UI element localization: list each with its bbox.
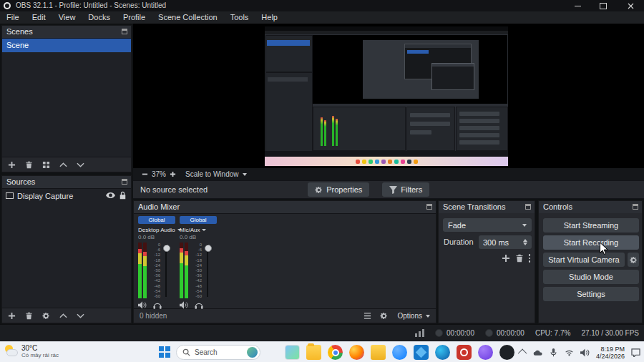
tray-chevron-up-icon[interactable] (518, 349, 527, 358)
mute-speaker-icon[interactable] (138, 301, 147, 309)
scene-list-item[interactable]: Scene (2, 39, 131, 52)
onedrive-cloud-icon[interactable] (533, 348, 542, 357)
menu-tools[interactable]: Tools (224, 11, 255, 24)
start-button[interactable] (159, 346, 170, 358)
remove-source-icon[interactable] (25, 312, 33, 320)
volume-slider[interactable] (162, 243, 170, 298)
slider-knob[interactable] (163, 245, 170, 252)
github-icon[interactable] (499, 345, 514, 360)
dock-popout-icon[interactable] (122, 29, 127, 34)
start-recording-button[interactable]: Start Recording (543, 235, 639, 250)
dock-popout-icon[interactable] (633, 204, 638, 210)
transition-type-dropdown[interactable]: Fade (443, 218, 532, 232)
menu-file[interactable]: File (0, 11, 26, 24)
audio-monitor-headphones-icon[interactable] (195, 301, 203, 309)
obs-taskbar-icon[interactable] (457, 345, 472, 360)
scale-mode-dropdown[interactable]: Scale to Window (185, 170, 238, 178)
taskbar-clock[interactable]: 8:19 PM 4/24/2026 (596, 346, 625, 360)
selected-source-bar: No source selected Properties Filters (133, 180, 644, 199)
menu-profile[interactable]: Profile (117, 11, 152, 24)
dock-popout-icon[interactable] (525, 204, 531, 210)
lock-icon[interactable] (119, 191, 126, 200)
move-scene-up-icon[interactable] (59, 161, 67, 169)
dock-popout-icon[interactable] (426, 204, 432, 210)
global-badge: Global (180, 216, 217, 224)
record-status-dot (435, 329, 443, 337)
photos-icon[interactable] (285, 345, 300, 360)
move-scene-down-icon[interactable] (77, 161, 84, 169)
menu-edit[interactable]: Edit (26, 11, 52, 24)
close-button[interactable] (618, 0, 643, 11)
mixer-bottom-toolbar: 0 hidden Options (134, 309, 436, 323)
edge-icon[interactable] (435, 345, 450, 360)
search-box[interactable]: Search (176, 345, 260, 360)
add-source-icon[interactable] (8, 312, 16, 320)
properties-label: Properties (326, 185, 362, 194)
mixer-options-dropdown[interactable]: Options (398, 312, 430, 320)
start-streaming-button[interactable]: Start Streaming (543, 218, 639, 233)
minimize-button[interactable] (565, 0, 590, 11)
properties-button[interactable]: Properties (308, 182, 369, 197)
chrome-icon[interactable] (328, 345, 343, 360)
mixer-settings-gear-icon[interactable] (380, 312, 388, 320)
virtual-camera-settings-button[interactable] (628, 253, 639, 267)
folder-icon[interactable] (371, 345, 386, 360)
notification-center-icon[interactable] (631, 348, 640, 357)
spin-up-icon[interactable] (523, 239, 527, 242)
discord-icon[interactable] (478, 345, 493, 360)
streaming-timer: 00:00:00 (485, 329, 525, 337)
meter-scale: 0-6-12-18-24-30-36-42-48-54-60 (150, 243, 160, 298)
scene-list: Scene (2, 38, 131, 157)
hidden-count-label: 0 hidden (140, 312, 167, 320)
zoom-level: 37% (152, 170, 166, 178)
channel-name-dropdown[interactable]: Mic/Aux (180, 225, 217, 234)
maximize-button[interactable] (591, 0, 615, 11)
move-source-down-icon[interactable] (77, 312, 84, 320)
menu-view[interactable]: View (52, 11, 82, 24)
obs-logo-icon (4, 2, 11, 9)
visibility-eye-icon[interactable] (106, 192, 115, 199)
zoom-in-icon[interactable] (170, 171, 176, 177)
preview-canvas[interactable] (133, 24, 644, 168)
volume-slider[interactable] (204, 243, 212, 298)
audio-mixer-title: Audio Mixer (138, 202, 180, 211)
grid-mode-icon[interactable] (42, 161, 50, 169)
remove-scene-icon[interactable] (25, 161, 33, 169)
duration-spinner[interactable]: 300 ms (479, 235, 532, 249)
zoom-out-icon[interactable] (142, 171, 148, 177)
menu-help[interactable]: Help (255, 11, 284, 24)
stats-graph-icon[interactable] (415, 329, 424, 337)
transition-menu-kebab-icon[interactable] (529, 254, 531, 263)
messenger-icon[interactable] (392, 345, 407, 360)
move-source-up-icon[interactable] (59, 312, 67, 320)
menu-scene-collection[interactable]: Scene Collection (152, 11, 224, 24)
vscode-icon[interactable] (414, 345, 429, 360)
filters-button[interactable]: Filters (382, 182, 429, 197)
dock-popout-icon[interactable] (122, 179, 127, 185)
file-explorer-icon[interactable] (306, 345, 321, 360)
add-scene-icon[interactable] (8, 161, 16, 169)
source-list-item[interactable]: Display Capture (2, 189, 131, 202)
spin-down-icon[interactable] (523, 243, 527, 245)
source-name: Display Capture (17, 192, 73, 200)
wifi-icon[interactable] (565, 348, 574, 357)
mixer-layout-icon[interactable] (364, 312, 371, 320)
channel-name-dropdown[interactable]: Desktop Audio (138, 225, 175, 234)
remove-transition-icon[interactable] (515, 254, 524, 263)
microphone-icon[interactable] (549, 348, 558, 357)
slider-knob[interactable] (205, 245, 212, 252)
settings-button[interactable]: Settings (543, 287, 639, 301)
weather-widget[interactable]: 30°C Có mây rải rác (4, 344, 59, 358)
volume-icon[interactable] (580, 348, 590, 357)
start-virtual-camera-button[interactable]: Start Virtual Camera (543, 253, 625, 267)
system-tray: 8:19 PM 4/24/2026 (520, 342, 644, 362)
mute-speaker-icon[interactable] (180, 301, 188, 309)
add-transition-icon[interactable] (502, 254, 510, 263)
audio-monitor-headphones-icon[interactable] (153, 301, 162, 309)
studio-mode-button[interactable]: Studio Mode (543, 270, 639, 284)
source-properties-gear-icon[interactable] (42, 312, 50, 320)
menu-docks[interactable]: Docks (82, 11, 117, 24)
stream-status-dot (485, 329, 493, 337)
global-badge: Global (138, 216, 175, 224)
firefox-icon[interactable] (349, 345, 364, 360)
